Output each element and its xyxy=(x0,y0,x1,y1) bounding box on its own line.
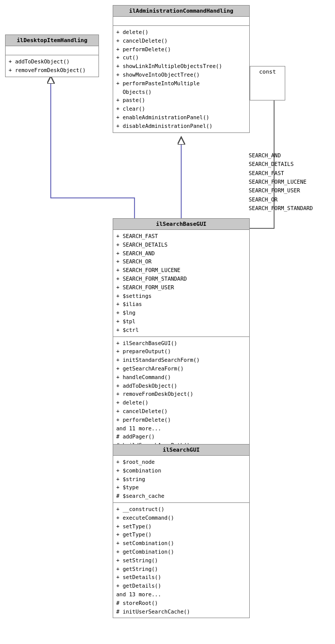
sg-s2-m1: + __construct() xyxy=(116,505,246,514)
s2-m5: + handleCommand() xyxy=(116,373,246,382)
s2-m3: + initStandardSearchForm() xyxy=(116,356,246,364)
sg-s2-m12: # storeRoot() xyxy=(116,599,246,607)
m1: + delete() xyxy=(116,28,246,37)
s2-m12: # addPager() xyxy=(116,432,246,441)
s2-m7: + removeFromDeskObject() xyxy=(116,390,246,398)
s2-m2: + prepareOutput() xyxy=(116,347,246,356)
title-ilDesktopItemHandling: ilDesktopItemHandling xyxy=(6,35,98,46)
const-label: const xyxy=(255,69,280,75)
enum-SEARCH_FORM_USER: SEARCH_FORM_USER xyxy=(249,186,332,195)
m7: + performPasteIntoMultiple xyxy=(116,79,246,88)
section2-ilSearchBaseGUI: + ilSearchBaseGUI() + prepareOutput() + … xyxy=(113,337,249,452)
sg-s2-m7: + setString() xyxy=(116,556,246,565)
enum-SEARCH_DETAILS: SEARCH_DETAILS xyxy=(249,160,332,168)
section1-ilAdministrationCommandHandling xyxy=(113,17,249,26)
sg-s2-m3: + setType() xyxy=(116,522,246,531)
enum-SEARCH_OR: SEARCH_OR xyxy=(249,195,332,204)
sg-s1-m4: + $type xyxy=(116,483,246,492)
box-ilSearchGUI: ilSearchGUI + $root_node + $combination … xyxy=(113,444,250,618)
m9: + paste() xyxy=(116,96,246,105)
sg-s2-m6: + getCombination() xyxy=(116,548,246,556)
m2: + cancelDelete() xyxy=(116,37,246,45)
s2-m4: + getSearchAreaForm() xyxy=(116,364,246,373)
enum-labels: SEARCH_AND SEARCH_DETAILS SEARCH_FAST SE… xyxy=(249,151,332,213)
s1-m3: + SEARCH_AND xyxy=(116,249,246,258)
section1-ilDesktopItemHandling xyxy=(6,46,98,55)
box-ilSearchBaseGUI: ilSearchBaseGUI + SEARCH_FAST + SEARCH_D… xyxy=(113,218,250,452)
section2-ilSearchGUI: + __construct() + executeCommand() + set… xyxy=(113,503,249,618)
sg-s1-m3: + $string xyxy=(116,475,246,484)
sg-s2-m9: + setDetails() xyxy=(116,573,246,582)
section1-ilSearchGUI: + $root_node + $combination + $string + … xyxy=(113,456,249,503)
box-ilDesktopItemHandling: ilDesktopItemHandling + addToDeskObject(… xyxy=(5,35,99,77)
method-removeFromDeskObject: + removeFromDeskObject() xyxy=(9,66,95,75)
s1-m8: + $settings xyxy=(116,292,246,300)
sg-s2-m4: + getType() xyxy=(116,530,246,539)
m12: + disableAdministrationPanel() xyxy=(116,122,246,130)
enum-SEARCH_FORM_STANDARD: SEARCH_FORM_STANDARD xyxy=(249,204,332,213)
s1-m5: + SEARCH_FORM_LUCENE xyxy=(116,266,246,275)
m11: + enableAdministrationPanel() xyxy=(116,113,246,122)
s2-m11: and 11 more... xyxy=(116,424,246,433)
box-ilAdministrationCommandHandling: ilAdministrationCommandHandling + delete… xyxy=(113,5,250,133)
s1-m7: + SEARCH_FORM_USER xyxy=(116,283,246,292)
s1-m11: + $tpl xyxy=(116,317,246,326)
enum-SEARCH_FAST: SEARCH_FAST xyxy=(249,169,332,178)
s2-m8: + delete() xyxy=(116,398,246,407)
sg-s1-m2: + $combination xyxy=(116,466,246,475)
s1-m2: + SEARCH_DETAILS xyxy=(116,241,246,249)
s2-m6: + addToDeskObject() xyxy=(116,382,246,390)
s2-m9: + cancelDelete() xyxy=(116,407,246,416)
s2-m10: + performDelete() xyxy=(116,416,246,424)
diagram-container: ilDesktopItemHandling + addToDeskObject(… xyxy=(0,0,335,644)
section1-ilSearchBaseGUI: + SEARCH_FAST + SEARCH_DETAILS + SEARCH_… xyxy=(113,230,249,337)
s1-m12: + $ctrl xyxy=(116,326,246,334)
title-ilSearchGUI: ilSearchGUI xyxy=(113,445,249,456)
title-ilAdministrationCommandHandling: ilAdministrationCommandHandling xyxy=(113,6,249,17)
sg-s2-m2: + executeCommand() xyxy=(116,514,246,522)
const-box: const xyxy=(250,66,285,100)
m8: Objects() xyxy=(116,88,246,96)
section2-ilDesktopItemHandling: + addToDeskObject() + removeFromDeskObje… xyxy=(6,55,98,77)
s2-m1: + ilSearchBaseGUI() xyxy=(116,339,246,348)
m4: + cut() xyxy=(116,53,246,62)
method-addToDeskObject: + addToDeskObject() xyxy=(9,57,95,66)
s1-m10: + $lng xyxy=(116,309,246,317)
m6: + showMoveIntoObjectTree() xyxy=(116,71,246,79)
enum-SEARCH_AND: SEARCH_AND xyxy=(249,151,332,160)
sg-s2-m11: and 13 more... xyxy=(116,590,246,599)
sg-s1-m5: # $search_cache xyxy=(116,492,246,500)
m5: + showLinkInMultipleObjectsTree() xyxy=(116,62,246,71)
s1-m6: + SEARCH_FORM_STANDARD xyxy=(116,275,246,283)
sg-s2-m8: + getString() xyxy=(116,565,246,573)
sg-s2-m5: + setCombination() xyxy=(116,539,246,548)
s1-m4: + SEARCH_OR xyxy=(116,257,246,266)
s1-m1: + SEARCH_FAST xyxy=(116,232,246,241)
m3: + performDelete() xyxy=(116,45,246,54)
sg-s2-m10: + getDetails() xyxy=(116,582,246,590)
sg-s2-m13: # initUserSearchCache() xyxy=(116,607,246,616)
section2-ilAdministrationCommandHandling: + delete() + cancelDelete() + performDel… xyxy=(113,26,249,132)
enum-SEARCH_FORM_LUCENE: SEARCH_FORM_LUCENE xyxy=(249,178,332,186)
s1-m9: + $ilias xyxy=(116,300,246,309)
title-ilSearchBaseGUI: ilSearchBaseGUI xyxy=(113,219,249,230)
sg-s1-m1: + $root_node xyxy=(116,458,246,466)
m10: + clear() xyxy=(116,105,246,113)
